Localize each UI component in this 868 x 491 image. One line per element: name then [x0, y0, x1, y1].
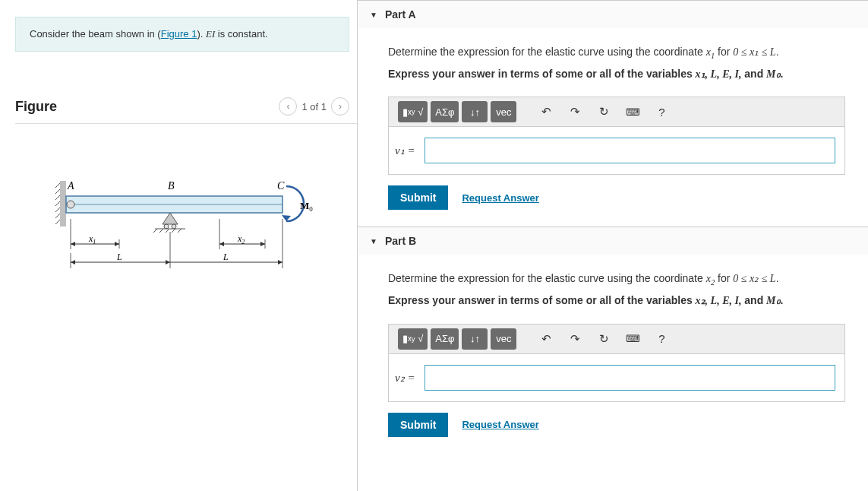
redo-button[interactable]: ↷	[562, 328, 588, 350]
part-a-header[interactable]: ▼ Part A	[358, 1, 868, 28]
undo-button[interactable]: ↶	[533, 101, 559, 122]
part-b-prompt: Determine the expression for the elastic…	[388, 268, 845, 290]
part-b-request-answer[interactable]: Request Answer	[462, 419, 538, 430]
svg-marker-26	[71, 242, 75, 246]
part-a-express: Express your answer in terms of some or …	[388, 64, 845, 85]
part-b-toolbar: ▮xy √ ΑΣφ ↓↑ vec ↶ ↷ ↻ ⌨ ?	[389, 324, 844, 354]
vec-button[interactable]: vec	[491, 101, 516, 122]
figure-title: Figure	[15, 99, 57, 115]
svg-line-6	[55, 214, 60, 218]
svg-line-16	[166, 229, 169, 233]
svg-line-1	[55, 183, 60, 188]
label-a: A	[67, 180, 74, 192]
figure-viewport[interactable]: A B C M0 x1 x2 L L	[15, 124, 355, 337]
part-b-answer-area: ▮xy √ ΑΣφ ↓↑ vec ↶ ↷ ↻ ⌨ ? v₂ =	[388, 324, 845, 402]
part-b-answer-input[interactable]	[425, 365, 835, 391]
greek-button[interactable]: ΑΣφ	[431, 328, 459, 350]
svg-line-7	[55, 220, 60, 224]
part-b-title: Part B	[385, 235, 416, 247]
greek-button[interactable]: ΑΣφ	[431, 101, 459, 122]
part-b: ▼ Part B Determine the expression for th…	[358, 226, 868, 453]
svg-line-5	[55, 207, 60, 212]
part-a-var-label: v₁ =	[395, 144, 415, 157]
svg-line-3	[55, 195, 60, 200]
part-a-prompt: Determine the expression for the elastic…	[388, 42, 845, 64]
svg-line-4	[55, 201, 60, 206]
intro-text: Consider the beam shown in (	[30, 28, 161, 40]
label-l1: L	[116, 252, 122, 262]
left-panel: Consider the beam shown in (Figure 1). E…	[0, 0, 357, 491]
svg-line-2	[55, 189, 60, 194]
reset-button[interactable]: ↻	[591, 101, 617, 122]
help-button[interactable]: ?	[649, 101, 674, 122]
figure-link[interactable]: Figure 1	[161, 28, 197, 40]
templates-button[interactable]: ▮xy √	[398, 328, 428, 350]
part-a-title: Part A	[385, 8, 416, 21]
caret-icon: ▼	[370, 11, 377, 19]
svg-line-18	[178, 229, 181, 233]
part-a-submit-button[interactable]: Submit	[388, 185, 448, 210]
part-a-toolbar: ▮xy √ ΑΣφ ↓↑ vec ↶ ↷ ↻ ⌨ ?	[389, 97, 844, 127]
figure-prev-button[interactable]: ‹	[279, 97, 297, 116]
label-x2: x2	[237, 233, 245, 246]
label-l2: L	[223, 252, 229, 262]
svg-point-10	[67, 201, 74, 208]
figure-content: A B C M0 x1 x2 L L	[15, 124, 355, 337]
svg-marker-25	[115, 242, 119, 246]
figure-nav: ‹ 1 of 1 ›	[279, 97, 349, 116]
redo-button[interactable]: ↷	[562, 101, 588, 122]
part-a-request-answer[interactable]: Request Answer	[462, 192, 538, 204]
caret-icon: ▼	[370, 237, 377, 246]
svg-rect-0	[60, 181, 66, 226]
part-b-submit-button[interactable]: Submit	[388, 413, 448, 437]
part-b-header[interactable]: ▼ Part B	[358, 227, 868, 255]
right-panel: ▼ Part A Determine the expression for th…	[357, 0, 868, 491]
svg-marker-33	[71, 260, 75, 265]
undo-button[interactable]: ↶	[533, 328, 559, 350]
beam-diagram: A B C M0 x1 x2 L L	[45, 177, 326, 284]
svg-marker-34	[166, 260, 170, 265]
help-button[interactable]: ?	[649, 328, 674, 350]
vec-button[interactable]: vec	[491, 328, 516, 350]
part-b-express: Express your answer in terms of some or …	[388, 290, 845, 312]
svg-point-12	[172, 224, 176, 229]
keyboard-button[interactable]: ⌨	[620, 328, 645, 350]
templates-button[interactable]: ▮xy √	[398, 101, 428, 122]
svg-line-15	[159, 229, 163, 233]
part-a: ▼ Part A Determine the expression for th…	[358, 0, 868, 226]
svg-line-14	[153, 229, 157, 233]
part-a-answer-input[interactable]	[425, 138, 835, 163]
label-c: C	[277, 180, 285, 192]
updown-button[interactable]: ↓↑	[462, 101, 488, 122]
part-a-answer-area: ▮xy √ ΑΣφ ↓↑ vec ↶ ↷ ↻ ⌨ ? v₁ =	[388, 97, 845, 175]
part-b-var-label: v₂ =	[395, 371, 415, 385]
svg-marker-36	[278, 260, 282, 265]
svg-point-11	[164, 224, 169, 229]
label-m0: M0	[300, 200, 313, 213]
figure-next-button[interactable]: ›	[331, 97, 349, 116]
reset-button[interactable]: ↻	[591, 328, 617, 350]
keyboard-button[interactable]: ⌨	[620, 101, 645, 122]
label-x1: x1	[88, 233, 96, 246]
problem-intro: Consider the beam shown in (Figure 1). E…	[15, 17, 349, 52]
ei-var: EI	[206, 28, 215, 40]
svg-line-17	[172, 229, 175, 233]
updown-button[interactable]: ↓↑	[462, 328, 488, 350]
figure-counter: 1 of 1	[301, 101, 327, 112]
svg-marker-30	[219, 242, 224, 246]
figure-header: Figure ‹ 1 of 1 ›	[15, 97, 357, 124]
svg-marker-29	[260, 242, 265, 246]
label-b: B	[168, 180, 175, 192]
